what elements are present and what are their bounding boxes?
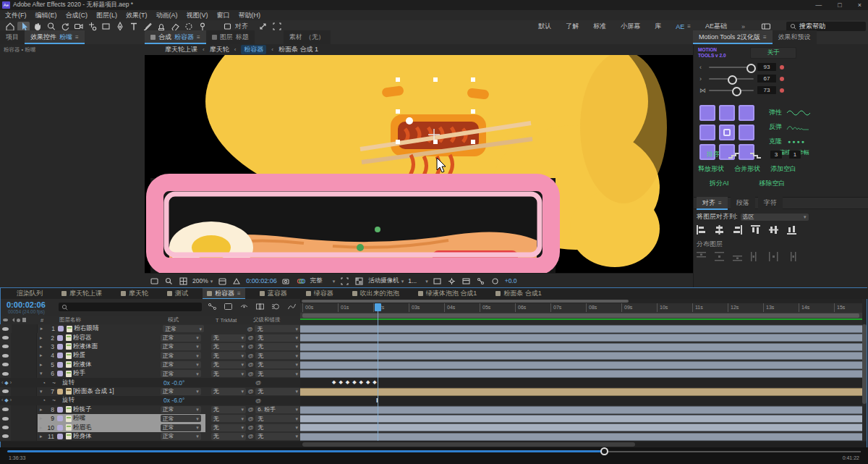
motion-blur-icon[interactable]	[271, 302, 281, 311]
resolution-dropdown[interactable]: 完整▾	[310, 277, 336, 285]
align-top-icon[interactable]	[751, 225, 760, 236]
tab-effect-controls[interactable]: 效果控件 粉嘴 ≡	[25, 30, 85, 44]
elastic-button[interactable]: 弹性	[769, 108, 782, 117]
fast-previews-icon[interactable]	[447, 277, 457, 286]
blend-mode-dropdown[interactable]: 正常▾	[161, 352, 201, 359]
close-button[interactable]: ×	[858, 1, 861, 9]
property-row-rotation-1[interactable]: ‹ ◆ › ◔ ~ 旋转 0x -0.0° @	[0, 378, 300, 387]
prev-keyframe-icon[interactable]: ‹	[1, 380, 3, 386]
add-blank-button[interactable]: 添加空白	[770, 164, 796, 174]
comp-flowchart-icon[interactable]	[476, 277, 486, 286]
distribute-right-icon[interactable]	[787, 252, 796, 263]
pickwhip-icon[interactable]: @	[253, 379, 263, 386]
table-row-layer-9-selected[interactable]: ▸ 9 粉嘴 正常▾ 无▾ @ 无▾	[0, 414, 300, 423]
bounce-button[interactable]: 反弹	[769, 122, 782, 132]
pickwhip-icon[interactable]: @	[246, 406, 255, 413]
blend-mode-dropdown[interactable]: 正常▾	[161, 406, 201, 413]
graph-toggle-icon[interactable]: ~	[52, 379, 62, 387]
sort-button[interactable]: 排序	[707, 150, 720, 159]
panel-menu-icon[interactable]: ≡	[197, 34, 200, 41]
mask-visibility-icon[interactable]	[231, 277, 242, 286]
keyframe-icon[interactable]: ◆	[332, 379, 336, 385]
trkmat-dropdown[interactable]: 无▾	[211, 424, 246, 431]
property-value[interactable]: 0x -6.0°	[163, 397, 236, 404]
layer-name[interactable]: 粉眉毛	[73, 423, 161, 432]
menu-edit[interactable]: 编辑(E)	[35, 11, 57, 20]
tab-project[interactable]: 项目	[0, 30, 25, 44]
tab-comp-6[interactable]: 绿容器	[302, 288, 338, 300]
label-color-swatch[interactable]	[57, 335, 63, 341]
guides-icon[interactable]	[178, 277, 188, 286]
trkmat-dropdown[interactable]: 无▾	[211, 370, 246, 377]
ease-out-value[interactable]: 67	[757, 75, 776, 83]
trkmat-column[interactable]: T TrkMat	[216, 317, 253, 324]
current-timecode[interactable]: 0:00:02:06	[7, 300, 46, 309]
tab-footage[interactable]: 素材（无）	[284, 30, 331, 44]
blend-mode-dropdown[interactable]: 正常▾	[161, 424, 201, 431]
clone-button[interactable]: 克隆	[769, 137, 782, 146]
parent-dropdown[interactable]: 无▾	[255, 352, 300, 359]
parent-dropdown[interactable]: 无▾	[255, 415, 300, 422]
trkmat-dropdown[interactable]: 无▾	[211, 352, 246, 359]
trkmat-dropdown[interactable]: 无▾	[211, 388, 246, 395]
trkmat-dropdown[interactable]: 无▾	[211, 361, 246, 368]
progress-handle[interactable]	[600, 447, 608, 455]
graph-editor-icon[interactable]	[287, 302, 297, 311]
progress-bar-remaining[interactable]	[605, 451, 861, 452]
ease-in-value[interactable]: 93	[757, 63, 776, 71]
pickwhip-icon[interactable]: @	[246, 361, 255, 368]
distribute-vcenter-icon[interactable]	[715, 252, 724, 263]
workspace-standard[interactable]: 标准	[593, 22, 606, 31]
next-keyframe-icon[interactable]: ›	[10, 380, 12, 386]
label-color-swatch[interactable]	[57, 389, 63, 395]
menu-view[interactable]: 视图(V)	[187, 11, 208, 20]
stopwatch-icon[interactable]: ◔	[42, 379, 52, 387]
workspace-learn[interactable]: 了解	[566, 22, 579, 31]
anchor-top-right[interactable]	[739, 105, 754, 121]
region-of-interest-icon[interactable]	[339, 277, 349, 286]
panel-menu-icon[interactable]: ≡	[763, 34, 767, 41]
view-layout-dropdown[interactable]: 1...▾	[408, 277, 427, 284]
table-row-layer-2[interactable]: ▸ 2 粉容器 正常▾ 无▾ @ 无▾	[0, 333, 300, 342]
nav-comp-2[interactable]: 摩天轮	[210, 45, 229, 54]
time-ruler[interactable]: 00s01s 02s03s 04s05s 06s07s 08s09s 10s11…	[300, 303, 862, 313]
eye-icon[interactable]	[2, 426, 9, 429]
tab-composition[interactable]: 合成 粉容器 ≡	[145, 30, 206, 44]
menu-layer[interactable]: 图层(L)	[96, 11, 117, 20]
layer-name[interactable]: 粉容器	[73, 334, 161, 342]
label-color-swatch[interactable]	[57, 416, 63, 421]
label-color-swatch[interactable]	[57, 362, 63, 368]
eye-icon[interactable]	[2, 417, 9, 421]
eye-icon[interactable]	[2, 327, 9, 331]
distribute-top-icon[interactable]	[697, 252, 706, 263]
layer-duration-bar[interactable]	[300, 325, 862, 333]
pickwhip-icon[interactable]: @	[246, 353, 255, 359]
tab-comp-5[interactable]: 蓝容器	[255, 288, 292, 300]
eye-icon[interactable]	[2, 434, 9, 438]
keyframe-track[interactable]: I	[300, 396, 862, 405]
table-row-layer-11[interactable]: ▸ 11 粉身体 正常▾ 无▾ @ 无▾	[0, 432, 300, 442]
timeline-button-icon[interactable]	[461, 277, 472, 286]
blend-mode-dropdown[interactable]: 正常▾	[161, 361, 201, 368]
blend-mode-dropdown[interactable]: 正常▾	[161, 370, 201, 377]
menu-file[interactable]: 文件(F)	[5, 11, 27, 20]
split-ai-button[interactable]: 拆分AI	[710, 179, 729, 188]
twirl-icon[interactable]: ▸	[38, 326, 46, 332]
pickwhip-icon[interactable]: @	[246, 334, 255, 341]
hide-shy-icon[interactable]	[239, 302, 249, 311]
distribute-hcenter-icon[interactable]	[769, 252, 778, 263]
workspace-default[interactable]: 默认	[538, 22, 551, 31]
parent-dropdown[interactable]: 无▾	[255, 334, 300, 342]
parent-dropdown[interactable]: 6. 粉手▾	[255, 406, 300, 413]
twirl-icon[interactable]: ▾	[37, 389, 46, 395]
layer-duration-bar[interactable]	[300, 433, 862, 441]
parent-dropdown[interactable]: 无▾	[255, 370, 300, 377]
nav-comp-1[interactable]: 摩天轮上课	[165, 45, 197, 54]
blend-mode-dropdown[interactable]: 正常▾	[161, 415, 201, 422]
comp-mini-flowchart-icon[interactable]	[208, 302, 217, 311]
tab-comp-3[interactable]: 测试	[163, 288, 192, 300]
playhead-handle[interactable]	[375, 303, 381, 311]
eye-icon[interactable]	[2, 389, 9, 393]
twirl-icon[interactable]: ▸	[37, 362, 46, 368]
tab-effects-presets[interactable]: 效果和预设	[773, 30, 817, 44]
